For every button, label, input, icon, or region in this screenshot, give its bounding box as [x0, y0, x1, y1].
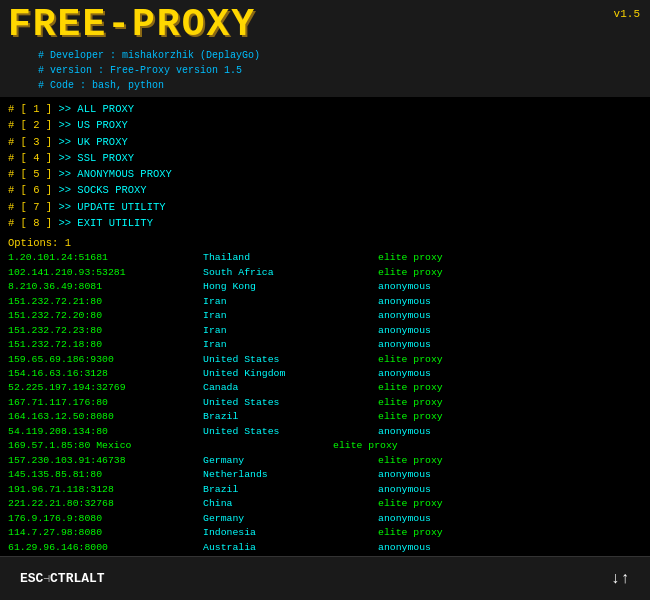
- ctrl-key[interactable]: CTRL: [50, 571, 81, 586]
- proxy-country: Thailand: [203, 251, 378, 265]
- proxy-ip: 169.57.1.85:80 Mexico: [8, 439, 203, 453]
- up-arrow-icon: ↑: [620, 570, 630, 588]
- menu-item-8[interactable]: # [ 8 ] >> EXIT UTILITY: [8, 215, 642, 231]
- alt-key[interactable]: ALT: [81, 571, 104, 586]
- proxy-ip: 1.20.101.24:51681: [8, 251, 203, 265]
- proxy-type: elite proxy: [378, 497, 443, 511]
- menu-item-3[interactable]: # [ 3 ] >> UK PROXY: [8, 134, 642, 150]
- alt-label: ALT: [81, 571, 104, 586]
- proxy-type: anonymous: [378, 295, 431, 309]
- proxy-country: Canada: [203, 381, 378, 395]
- menu-item-7[interactable]: # [ 7 ] >> UPDATE UTILITY: [8, 199, 642, 215]
- table-row: 191.96.71.118:3128Brazilanonymous: [8, 483, 642, 497]
- proxy-type: elite proxy: [333, 439, 398, 453]
- proxy-country: United States: [203, 425, 378, 439]
- menu-item-4[interactable]: # [ 4 ] >> SSL PROXY: [8, 150, 642, 166]
- table-row: 151.232.72.20:80Irananonymous: [8, 309, 642, 323]
- proxy-ip: 164.163.12.50:8080: [8, 410, 203, 424]
- proxy-type: anonymous: [378, 468, 431, 482]
- proxy-ip: 151.232.72.18:80: [8, 338, 203, 352]
- version-badge: v1.5: [614, 8, 640, 20]
- proxy-country: Brazil: [203, 483, 378, 497]
- esc-label: ESC: [20, 571, 43, 586]
- dev-line2: # version : Free-Proxy version 1.5: [38, 63, 642, 78]
- down-arrow-icon: ↓: [611, 570, 621, 588]
- proxy-ip: 151.232.72.20:80: [8, 309, 203, 323]
- menu-item-5[interactable]: # [ 5 ] >> ANONYMOUS PROXY: [8, 166, 642, 182]
- table-row: 145.135.85.81:80Netherlandsanonymous: [8, 468, 642, 482]
- table-row: 54.119.208.134:80United Statesanonymous: [8, 425, 642, 439]
- proxy-type: anonymous: [378, 338, 431, 352]
- table-row: 164.163.12.50:8080Brazilelite proxy: [8, 410, 642, 424]
- proxy-type: elite proxy: [378, 526, 443, 540]
- title-area: FREE-PROXY v1.5 # Developer : mishakorzh…: [0, 0, 650, 97]
- menu-item-6[interactable]: # [ 6 ] >> SOCKS PROXY: [8, 182, 642, 198]
- proxy-type: anonymous: [378, 483, 431, 497]
- separator-icon1: ⊣: [43, 572, 50, 585]
- options-line: Options: 1: [0, 235, 650, 251]
- proxy-type: elite proxy: [378, 396, 443, 410]
- proxy-country: Iran: [203, 338, 378, 352]
- table-row: 167.71.117.176:80United Stateselite prox…: [8, 396, 642, 410]
- table-row: 61.29.96.146:8000Australiaanonymous: [8, 541, 642, 555]
- proxy-ip: 157.230.103.91:46738: [8, 454, 203, 468]
- proxy-country: Indonesia: [203, 526, 378, 540]
- menu-item-2[interactable]: # [ 2 ] >> US PROXY: [8, 117, 642, 133]
- proxy-type: anonymous: [378, 425, 431, 439]
- proxy-country: United Kingdom: [203, 367, 378, 381]
- proxy-type: anonymous: [378, 512, 431, 526]
- proxy-type: anonymous: [378, 541, 431, 555]
- proxy-country: South Africa: [203, 266, 378, 280]
- proxy-ip: 191.96.71.118:3128: [8, 483, 203, 497]
- bottom-bar: ESC ⊣ CTRL ALT ↓ ↑: [0, 556, 650, 600]
- proxy-country: United States: [203, 353, 378, 367]
- proxy-type: elite proxy: [378, 410, 443, 424]
- proxy-ip: 102.141.210.93:53281: [8, 266, 203, 280]
- menu-item-1[interactable]: # [ 1 ] >> ALL PROXY: [8, 101, 642, 117]
- table-row: 114.7.27.98:8080Indonesiaelite proxy: [8, 526, 642, 540]
- menu-area: # [ 1 ] >> ALL PROXY# [ 2 ] >> US PROXY#…: [0, 97, 650, 235]
- table-row: 154.16.63.16:3128United Kingdomanonymous: [8, 367, 642, 381]
- proxy-type: elite proxy: [378, 353, 443, 367]
- proxy-ip: 159.65.69.186:9300: [8, 353, 203, 367]
- proxy-ip: 145.135.85.81:80: [8, 468, 203, 482]
- proxy-country: Australia: [203, 541, 378, 555]
- table-row: 151.232.72.21:80Irananonymous: [8, 295, 642, 309]
- proxy-ip: 8.210.36.49:8081: [8, 280, 203, 294]
- dev-line1: # Developer : mishakorzhik (DeplayGo): [38, 48, 642, 63]
- proxy-country: Germany: [203, 454, 378, 468]
- main-content: FREE-PROXY v1.5 # Developer : mishakorzh…: [0, 0, 650, 556]
- table-row: 157.230.103.91:46738Germanyelite proxy: [8, 454, 642, 468]
- proxy-type: anonymous: [378, 309, 431, 323]
- table-row: 52.225.197.194:32769Canadaelite proxy: [8, 381, 642, 395]
- proxy-country: China: [203, 497, 378, 511]
- proxy-country: [203, 439, 333, 453]
- table-row: 8.210.36.49:8081Hong Konganonymous: [8, 280, 642, 294]
- table-row: 151.232.72.23:80Irananonymous: [8, 324, 642, 338]
- table-row: 1.20.101.24:51681Thailandelite proxy: [8, 251, 642, 265]
- developer-info: # Developer : mishakorzhik (DeplayGo) # …: [8, 48, 642, 93]
- proxy-country: Netherlands: [203, 468, 378, 482]
- proxy-country: Germany: [203, 512, 378, 526]
- proxy-type: elite proxy: [378, 381, 443, 395]
- down-arrow-key[interactable]: ↓: [611, 570, 621, 588]
- proxy-ip: 114.7.27.98:8080: [8, 526, 203, 540]
- dev-line3: # Code : bash, python: [38, 78, 642, 93]
- proxy-type: anonymous: [378, 280, 431, 294]
- esc-key[interactable]: ESC: [20, 571, 43, 586]
- proxy-ip: 61.29.96.146:8000: [8, 541, 203, 555]
- proxy-ip: 154.16.63.16:3128: [8, 367, 203, 381]
- proxy-type: elite proxy: [378, 266, 443, 280]
- proxy-type: anonymous: [378, 324, 431, 338]
- proxy-ip: 52.225.197.194:32769: [8, 381, 203, 395]
- proxy-type: elite proxy: [378, 454, 443, 468]
- proxy-type: anonymous: [378, 367, 431, 381]
- up-arrow-key[interactable]: ↑: [620, 570, 630, 588]
- proxy-ip: 54.119.208.134:80: [8, 425, 203, 439]
- proxy-country: United States: [203, 396, 378, 410]
- proxy-country: Iran: [203, 309, 378, 323]
- table-row: 176.9.176.9:8080Germanyanonymous: [8, 512, 642, 526]
- table-row: 159.65.69.186:9300United Stateselite pro…: [8, 353, 642, 367]
- ctrl-label: CTRL: [50, 571, 81, 586]
- proxy-country: Brazil: [203, 410, 378, 424]
